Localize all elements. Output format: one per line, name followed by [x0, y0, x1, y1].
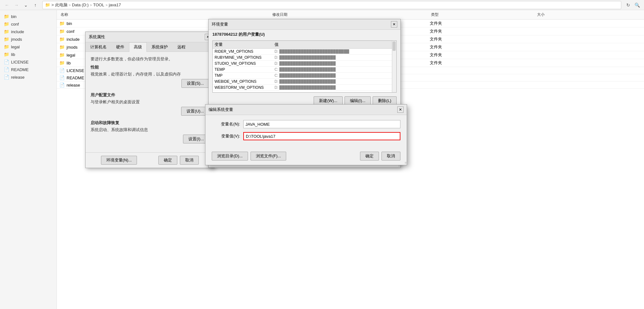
system-props-title: 系统属性	[89, 34, 105, 40]
file-icon: 📄	[4, 75, 9, 80]
tab-system-protection[interactable]: 系统保护	[147, 42, 173, 52]
edit-var-action-buttons: 浏览目录(D)... 浏览文件(F)... 确定 取消	[205, 149, 407, 165]
sidebar-item-bin[interactable]: 📁 bin	[0, 13, 56, 20]
user-profile-desc: 与登录帐户相关的桌面设置	[91, 99, 209, 105]
search-button[interactable]: 🔍	[633, 1, 641, 9]
user-vars-header: 变量 值	[213, 41, 396, 49]
folder-icon: 📁	[59, 29, 65, 34]
var-name-label: 变量名(N):	[212, 121, 240, 127]
file-icon: 📄	[59, 75, 65, 80]
user-profile-section: 用户配置文件 与登录帐户相关的桌面设置 设置(U)...	[91, 92, 209, 116]
system-props-footer: 环境变量(N)... 确定 取消	[86, 152, 214, 168]
system-props-content: 要进行大多数更改，你必须作为管理员登录。 性能 视觉效果，处理器计划，内存使用，…	[86, 52, 214, 152]
var-name-row: 变量名(N):	[212, 120, 400, 128]
list-item[interactable]: TEMP C: █████████████████████	[213, 67, 396, 73]
folder-icon: 📁	[59, 60, 65, 65]
var-name-input[interactable]	[243, 120, 400, 128]
sidebar-item-legal[interactable]: 📁 legal	[0, 43, 56, 51]
browse-file-button[interactable]: 浏览文件(F)...	[251, 152, 286, 161]
forward-button[interactable]: →	[12, 1, 21, 9]
performance-title: 性能	[91, 64, 209, 70]
sidebar-item-include[interactable]: 📁 include	[0, 28, 56, 35]
env-vars-button[interactable]: 环境变量(N)...	[101, 156, 137, 165]
folder-icon: 📁	[4, 29, 9, 34]
folder-icon: 📁	[59, 52, 65, 58]
folder-icon: 📁	[59, 21, 65, 26]
admin-warning: 要进行大多数更改，你必须作为管理员登录。	[91, 56, 209, 62]
folder-icon: 📁	[4, 21, 9, 27]
back-button[interactable]: ←	[3, 1, 11, 9]
sidebar-item-conf[interactable]: 📁 conf	[0, 20, 56, 28]
user-vars-col-value: 值	[275, 42, 394, 47]
var-value-row: 变量值(V):	[212, 132, 400, 140]
env-vars-title: 环境变量	[212, 21, 228, 27]
system-props-cancel-button[interactable]: 取消	[180, 156, 199, 165]
folder-icon: 📁	[4, 37, 9, 42]
edit-var-title: 编辑系统变量	[209, 107, 233, 112]
list-item[interactable]: WEBSTORM_VM_OPTIONS D: █████████████████…	[213, 85, 396, 91]
col-type[interactable]: 类型	[430, 11, 535, 18]
edit-var-close-button[interactable]: ✕	[397, 106, 404, 113]
sidebar-item-label: LICENSE	[11, 60, 29, 64]
sidebar-item-readme[interactable]: 📄 README	[0, 66, 56, 73]
file-icon: 📄	[59, 82, 65, 88]
user-vars-label: 18787064212 的用户变量(U)	[209, 30, 400, 38]
edit-var-cancel-button[interactable]: 取消	[381, 152, 400, 161]
env-vars-title-bar: 环境变量 ✕	[209, 19, 400, 30]
list-item[interactable]: WEBIDE_VM_OPTIONS D: ███████████████████…	[213, 79, 396, 85]
sidebar-item-label: release	[11, 75, 25, 80]
tab-hardware[interactable]: 硬件	[111, 42, 129, 52]
startup-desc: 系统启动、系统故障和调试信息	[91, 127, 209, 133]
startup-section: 启动和故障恢复 系统启动、系统故障和调试信息 设置(I)...	[91, 120, 209, 143]
dropdown-button[interactable]: ⌄	[21, 1, 30, 9]
tab-computer-name[interactable]: 计算机名	[86, 42, 111, 52]
refresh-button[interactable]: ↻	[624, 1, 633, 9]
sidebar-item-label: legal	[11, 45, 20, 49]
tab-advanced[interactable]: 高级	[129, 42, 147, 52]
edit-var-dialog: 编辑系统变量 ✕ 变量名(N): 变量值(V): 浏览目录(D)... 浏览文件…	[205, 104, 407, 165]
scrollbar-vertical[interactable]	[392, 41, 396, 92]
list-item[interactable]: RIDER_VM_OPTIONS D: ████████████████████…	[213, 49, 396, 55]
address-bar[interactable]: 📁 > 此电脑 > Data (D:) > TOOL > java17	[42, 1, 621, 9]
edit-var-ok-button[interactable]: 确定	[360, 152, 379, 161]
var-value-label: 变量值(V):	[212, 133, 240, 139]
col-date[interactable]: 修改日期	[271, 11, 430, 18]
browse-dir-button[interactable]: 浏览目录(D)...	[212, 152, 248, 161]
user-vars-edit-button[interactable]: 编辑(I)...	[345, 96, 371, 105]
sidebar-item-jmods[interactable]: 📁 jmods	[0, 35, 56, 43]
env-vars-close-button[interactable]: ✕	[391, 21, 397, 27]
col-name[interactable]: 名称	[59, 11, 271, 18]
var-value-input[interactable]	[243, 132, 400, 140]
edit-var-title-bar: 编辑系统变量 ✕	[205, 105, 407, 115]
user-vars-table: 变量 值 RIDER_VM_OPTIONS D: ███████████████…	[212, 40, 397, 93]
folder-icon: 📁	[4, 14, 9, 19]
sidebar-item-label: jmods	[11, 37, 22, 42]
file-icon: 📄	[4, 67, 9, 72]
list-item[interactable]: STUDIO_VM_OPTIONS D: ███████████████████…	[213, 61, 396, 67]
file-list-header: 名称 修改日期 类型 大小	[57, 10, 644, 20]
performance-desc: 视觉效果，处理器计划，内存使用，以及虚拟内存	[91, 71, 209, 77]
up-button[interactable]: ↑	[31, 1, 40, 9]
system-props-ok-button[interactable]: 确定	[158, 156, 177, 165]
title-bar: ← → ⌄ ↑ 📁 > 此电脑 > Data (D:) > TOOL > jav…	[0, 0, 644, 10]
system-props-tabs: 计算机名 硬件 高级 系统保护 远程	[86, 42, 214, 52]
file-icon: 📄	[59, 68, 65, 73]
user-vars-delete-button[interactable]: 删除(L)	[373, 96, 397, 105]
sidebar-item-label: lib	[11, 52, 15, 57]
user-vars-new-button[interactable]: 新建(W)...	[314, 96, 343, 105]
list-item[interactable]: RUBYMINE_VM_OPTIONS D: █████████████████…	[213, 55, 396, 61]
breadcrumb-java17: java17	[109, 3, 121, 7]
col-size[interactable]: 大小	[536, 11, 641, 18]
sidebar-item-label: include	[11, 29, 24, 34]
sidebar-item-lib[interactable]: 📁 lib	[0, 51, 56, 58]
sidebar-item-license[interactable]: 📄 LICENSE	[0, 58, 56, 66]
nav-buttons: ← → ⌄ ↑	[3, 1, 40, 9]
sidebar-item-release[interactable]: 📄 release	[0, 73, 56, 81]
system-props-title-bar: 系统属性 ✕	[86, 32, 214, 42]
performance-settings-button[interactable]: 设置(S)...	[181, 79, 209, 88]
tab-remote[interactable]: 远程	[173, 42, 190, 52]
list-item[interactable]: TMP C: █████████████████████	[213, 73, 396, 79]
breadcrumb-pc: 此电脑	[55, 2, 68, 8]
startup-title: 启动和故障恢复	[91, 120, 209, 126]
resize-handle-edit[interactable]: ⠿	[403, 161, 407, 165]
